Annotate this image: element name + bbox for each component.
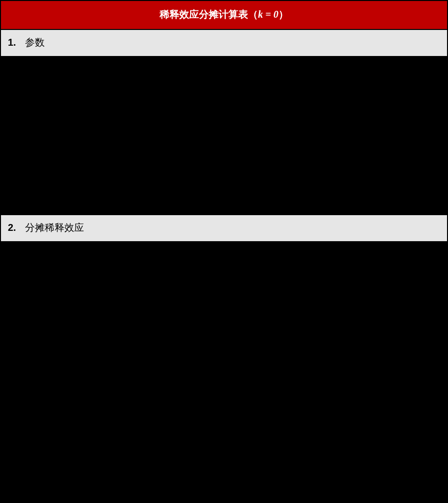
section-number: 1. [8, 37, 16, 48]
parameters-content-block [1, 57, 447, 215]
title-formula-var: k [258, 9, 263, 20]
section-number: 2. [8, 222, 16, 233]
allocation-content-block [1, 242, 447, 496]
section-header-allocation: 2. 分摊稀释效应 [1, 215, 447, 242]
title-text-prefix: 稀释效应分摊计算表（ [160, 9, 258, 20]
section-title: 分摊稀释效应 [25, 221, 84, 234]
title-text-suffix: ） [279, 9, 288, 20]
title-formula-eq: = 0 [263, 9, 278, 20]
table-title-bar: 稀释效应分摊计算表（k = 0） [1, 1, 447, 30]
section-header-parameters: 1. 参数 [1, 30, 447, 57]
section-title: 参数 [25, 36, 45, 49]
calculation-table: 稀释效应分摊计算表（k = 0） 1. 参数 2. 分摊稀释效应 [0, 0, 448, 497]
